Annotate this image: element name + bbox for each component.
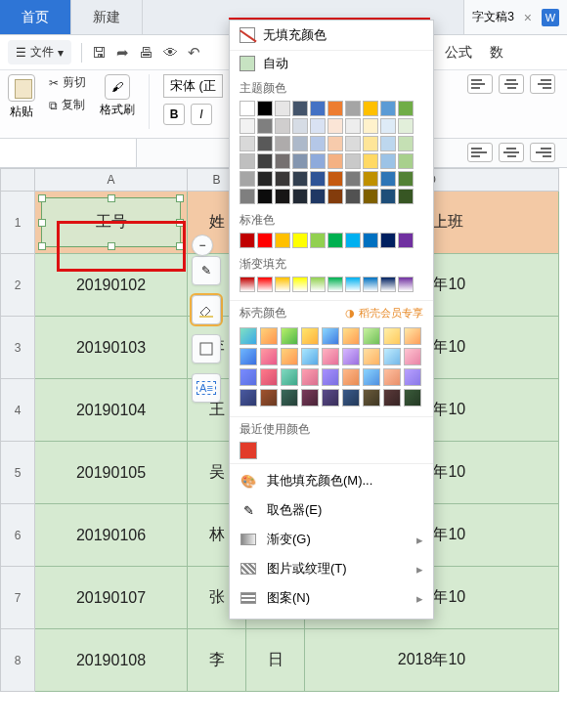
print-icon[interactable]: 🖶 bbox=[139, 44, 153, 61]
color-swatch[interactable] bbox=[327, 153, 343, 169]
color-swatch[interactable] bbox=[275, 171, 290, 187]
color-swatch[interactable] bbox=[275, 189, 290, 204]
select-all-corner[interactable] bbox=[0, 168, 35, 192]
row-header[interactable]: 3 bbox=[0, 317, 35, 379]
cell[interactable]: 20190102 bbox=[35, 254, 188, 317]
color-swatch[interactable] bbox=[275, 101, 290, 116]
color-swatch[interactable] bbox=[292, 101, 308, 116]
gradient-swatch[interactable] bbox=[404, 389, 421, 407]
doc-tab[interactable]: 字文稿3 × W bbox=[463, 0, 567, 34]
col-header-A[interactable]: A bbox=[35, 168, 188, 192]
gradient-swatch[interactable] bbox=[260, 368, 278, 386]
gradient-swatch[interactable] bbox=[240, 348, 257, 365]
name-box[interactable] bbox=[0, 139, 137, 167]
save-icon[interactable]: 🖫 bbox=[92, 44, 107, 61]
dk-member-badge[interactable]: ◑ 稻壳会员专享 bbox=[345, 306, 423, 321]
gradient-swatch[interactable] bbox=[322, 348, 339, 365]
color-swatch[interactable] bbox=[257, 189, 273, 204]
gradient-swatch[interactable] bbox=[292, 277, 308, 292]
color-swatch[interactable] bbox=[257, 171, 273, 187]
color-swatch[interactable] bbox=[398, 189, 414, 204]
gradient-swatch[interactable] bbox=[383, 389, 401, 407]
eyedropper-item[interactable]: ✎ 取色器(E) bbox=[230, 495, 433, 525]
color-swatch[interactable] bbox=[327, 101, 343, 116]
no-fill-option[interactable]: 无填充颜色 bbox=[230, 21, 433, 51]
color-swatch[interactable] bbox=[275, 136, 290, 151]
color-swatch[interactable] bbox=[345, 189, 361, 204]
row-header[interactable]: 6 bbox=[0, 504, 35, 567]
cell[interactable]: 20190106 bbox=[35, 504, 188, 567]
paste-label[interactable]: 粘贴 bbox=[10, 104, 33, 120]
color-swatch[interactable] bbox=[310, 189, 326, 204]
color-swatch[interactable] bbox=[327, 233, 343, 248]
cell[interactable]: 20190105 bbox=[35, 442, 188, 504]
row-header[interactable]: 4 bbox=[0, 379, 35, 442]
cell[interactable]: 20190107 bbox=[35, 567, 188, 629]
gradient-swatch[interactable] bbox=[240, 277, 255, 292]
color-swatch[interactable] bbox=[310, 233, 326, 248]
color-swatch[interactable] bbox=[398, 101, 414, 116]
gradient-swatch[interactable] bbox=[380, 277, 396, 292]
bold-button[interactable]: B bbox=[163, 104, 185, 125]
color-swatch[interactable] bbox=[380, 136, 396, 151]
cut-button[interactable]: ✂ 剪切 bbox=[49, 74, 86, 91]
row-header[interactable]: 5 bbox=[0, 442, 35, 504]
row-header[interactable]: 8 bbox=[0, 629, 35, 692]
color-swatch[interactable] bbox=[240, 101, 255, 116]
color-swatch[interactable] bbox=[310, 136, 326, 151]
color-swatch[interactable] bbox=[240, 189, 255, 204]
gradient-swatch[interactable] bbox=[404, 348, 421, 365]
gradient-swatch[interactable] bbox=[281, 368, 298, 386]
auto-color-option[interactable]: 自动 bbox=[230, 51, 433, 78]
gradient-swatch[interactable] bbox=[363, 348, 380, 365]
recent-color-swatch[interactable] bbox=[240, 442, 257, 459]
color-swatch[interactable] bbox=[363, 233, 378, 248]
color-swatch[interactable] bbox=[363, 101, 378, 116]
file-menu[interactable]: ☰ 文件 ▾ bbox=[8, 40, 71, 64]
color-swatch[interactable] bbox=[240, 233, 255, 248]
gradient-swatch[interactable] bbox=[240, 368, 257, 386]
gradient-swatch[interactable] bbox=[310, 277, 326, 292]
color-swatch[interactable] bbox=[398, 233, 414, 248]
color-swatch[interactable] bbox=[380, 189, 396, 204]
gradient-swatch[interactable] bbox=[301, 327, 319, 345]
gradient-swatch[interactable] bbox=[260, 348, 278, 365]
color-swatch[interactable] bbox=[327, 189, 343, 204]
more-colors-item[interactable]: 🎨 其他填充颜色(M)... bbox=[230, 466, 433, 495]
align-right[interactable] bbox=[530, 143, 555, 162]
color-swatch[interactable] bbox=[257, 118, 273, 134]
color-swatch[interactable] bbox=[240, 118, 255, 134]
gradient-swatch[interactable] bbox=[383, 327, 401, 345]
cell[interactable]: 20190103 bbox=[35, 317, 188, 379]
color-swatch[interactable] bbox=[327, 171, 343, 187]
gradient-swatch[interactable] bbox=[240, 389, 257, 407]
word-icon[interactable]: W bbox=[542, 9, 559, 26]
gradient-swatch[interactable] bbox=[260, 327, 278, 345]
color-swatch[interactable] bbox=[275, 153, 290, 169]
cell[interactable]: 2018年10 bbox=[305, 629, 559, 692]
color-swatch[interactable] bbox=[363, 136, 378, 151]
cell[interactable]: 20190104 bbox=[35, 379, 188, 442]
gradient-swatch[interactable] bbox=[301, 368, 319, 386]
ribbon-tab-formula[interactable]: 公式 bbox=[441, 44, 476, 62]
selected-shape[interactable]: 工号 bbox=[41, 197, 181, 247]
gradient-swatch[interactable] bbox=[342, 327, 360, 345]
cell[interactable]: 20190108 bbox=[35, 629, 188, 692]
align-top-left[interactable] bbox=[467, 74, 493, 94]
row-header[interactable]: 2 bbox=[0, 254, 35, 317]
color-swatch[interactable] bbox=[257, 136, 273, 151]
align-center[interactable] bbox=[499, 143, 524, 162]
align-top-center[interactable] bbox=[499, 74, 524, 94]
text-style-icon[interactable]: A≡ bbox=[192, 373, 221, 403]
copy-button[interactable]: ⧉ 复制 bbox=[49, 97, 86, 113]
gradient-swatch[interactable] bbox=[363, 327, 380, 345]
color-swatch[interactable] bbox=[345, 153, 361, 169]
outline-icon[interactable] bbox=[192, 334, 221, 364]
color-swatch[interactable] bbox=[398, 171, 414, 187]
gradient-swatch[interactable] bbox=[257, 277, 273, 292]
gradient-swatch[interactable] bbox=[240, 327, 257, 345]
color-swatch[interactable] bbox=[380, 101, 396, 116]
color-swatch[interactable] bbox=[240, 153, 255, 169]
cell-A1[interactable]: 工号 bbox=[35, 192, 188, 254]
color-swatch[interactable] bbox=[257, 101, 273, 116]
